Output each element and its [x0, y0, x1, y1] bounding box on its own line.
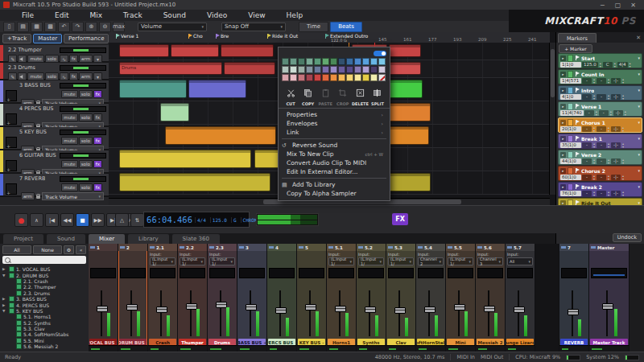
metronome-button[interactable]: △ [115, 213, 129, 227]
undock-button[interactable]: Undock [613, 233, 642, 242]
input-select[interactable]: (L.Input 1/▾ [328, 257, 354, 265]
track-header-percs-bus[interactable]: +4 PERCS BUSmutesolofxarmTrack Volume▾ [0, 104, 109, 127]
master-fx-button[interactable]: FX [392, 213, 408, 225]
marker-card-count-in[interactable]: ▸Count In▾1|4|571-▴▾-▴▾-|-▴▾ [558, 69, 642, 84]
copy-button[interactable]: COPY [300, 85, 316, 106]
marker-color-chip[interactable] [568, 119, 573, 126]
audio-clip[interactable] [171, 44, 219, 57]
ruler-marker-verse-1[interactable]: Verse 1 [115, 33, 138, 39]
track-header-guitar-bus[interactable]: +6 GUITAR BUSmutesolofxarmTrack Volume▾ [0, 150, 109, 174]
input-select[interactable]: (L.Input 1/▾ [180, 257, 205, 265]
marker-key-field[interactable]: - [599, 110, 609, 116]
add-track-button[interactable]: +Track [2, 34, 31, 43]
marker-signature-field[interactable]: -|- [613, 110, 623, 116]
input-select[interactable]: Channel 2▾ [418, 257, 444, 265]
channel-fx-slot[interactable] [448, 268, 473, 278]
arm-button[interactable]: arm [79, 55, 93, 63]
track-checkbox[interactable] [9, 296, 14, 302]
spinner-icon[interactable]: ▴▾ [595, 110, 598, 116]
menu-item-mix-to-new-clip[interactable]: Mix To New Clipctrl + W [279, 150, 390, 158]
fx-button[interactable]: fx [93, 160, 102, 168]
marker-key-field[interactable]: C [603, 62, 613, 68]
expand-track-button[interactable]: + [6, 120, 10, 125]
color-swatch[interactable] [338, 74, 345, 81]
save-icon[interactable]: ▦ [31, 22, 43, 32]
fader-handle[interactable] [424, 306, 436, 313]
channel-fx-slot[interactable] [328, 268, 354, 278]
color-swatch[interactable] [290, 66, 297, 73]
bus-expand-icon[interactable]: + [295, 340, 295, 345]
marker-color-chip[interactable] [568, 71, 573, 78]
tree-item-2-drum-bus[interactable]: ▼2. DRUM BUS [2, 272, 89, 278]
track-header-bass-bus[interactable]: +3 BASS BUSmutesolofxarmTrack Volume▾ [0, 80, 109, 104]
channel-fx-slot[interactable] [561, 268, 587, 278]
marker-card-break-2[interactable]: ▸Break 2▾76|1|0-▴▾-▴▾-|-▴▾ [558, 182, 642, 197]
mixer-strip-messiah-2[interactable]: 5.6Input:Channel 3▾Messiah 2 [476, 244, 506, 352]
color-swatch[interactable] [330, 66, 337, 73]
track-volume-slider[interactable] [60, 153, 106, 158]
menu-item-edit-in-external-editor[interactable]: Edit In External Editor... [279, 167, 390, 176]
menu-item-add-to-library[interactable]: ▤Add To Library [279, 180, 390, 189]
channel-fx-slot[interactable] [209, 268, 235, 278]
mixer-strip-vocal-bus[interactable]: 1VOCAL BUS+ [89, 244, 118, 352]
chevron-down-icon[interactable]: ▾ [93, 55, 102, 63]
solo-button[interactable]: solo [79, 183, 93, 191]
menu-item-convert-audio-clip-to-midi[interactable]: Convert Audio Clip To MIDI [279, 158, 390, 167]
time-mode-button[interactable]: Time [299, 22, 328, 32]
marker-tempo-field[interactable]: - [582, 191, 592, 196]
mixer-strip-drums[interactable]: 2.3Input:(L.Input 1/▾Drums [208, 244, 237, 352]
input-select[interactable]: (L.Input 1/▾ [448, 257, 473, 265]
marker-position-field[interactable]: 1|4|571 [560, 78, 581, 84]
marker-color-chip[interactable] [568, 55, 573, 62]
automation-icon[interactable]: ∿ [60, 55, 68, 63]
master-track-button[interactable]: Master [33, 34, 62, 43]
cut-button[interactable]: CUT [283, 85, 299, 106]
spinner-icon[interactable]: ▴▾ [621, 78, 625, 84]
audio-clip[interactable] [221, 44, 274, 57]
mute-button[interactable]: mute [61, 160, 77, 168]
audio-clip[interactable] [188, 80, 246, 98]
chevron-down-icon[interactable]: ▾ [93, 72, 102, 80]
fader-handle[interactable] [97, 306, 108, 312]
color-swatch[interactable] [362, 74, 369, 81]
edit-pencil-icon[interactable]: ✎ [8, 55, 17, 63]
mixer-strip-mini[interactable]: 5.5Input:(L.Input 1/▾Mini [446, 244, 476, 352]
input-select[interactable]: Channel 3▾ [477, 257, 503, 265]
spinner-icon[interactable]: ▴▾ [592, 78, 596, 84]
spinner-icon[interactable]: ▴▾ [607, 142, 610, 148]
zoom-max-icon[interactable]: max [113, 22, 125, 32]
solo-button[interactable]: solo [45, 72, 59, 80]
channel-fx-slot[interactable] [388, 268, 414, 278]
fader-handle[interactable] [454, 304, 465, 311]
expand-track-button[interactable]: + [6, 97, 10, 102]
color-swatch[interactable] [346, 74, 353, 81]
mixer-strip-crash[interactable]: 2.1Input:(L.Input 1/▾Crash [148, 244, 178, 352]
fader-handle[interactable] [216, 302, 227, 308]
track-checkbox[interactable] [16, 284, 22, 290]
marker-position-field[interactable]: 60|1|0 [560, 175, 581, 180]
tree-arrow-icon[interactable]: ▶ [2, 267, 7, 271]
tree-item-5-6-messiah-2[interactable]: 5.6. Messiah 2 [2, 343, 89, 349]
fader-handle[interactable] [126, 304, 138, 311]
color-swatch[interactable] [330, 74, 337, 81]
spinner-icon[interactable]: ▴▾ [621, 158, 625, 164]
input-select[interactable]: (L.Input 1/▾ [388, 257, 414, 265]
color-swatch[interactable] [378, 58, 386, 65]
tree-item-5-1-horns1[interactable]: 5.1. Horns1 [2, 314, 89, 319]
markers-tab[interactable]: Markers [558, 33, 597, 43]
rewind-button[interactable]: ◀◀ [60, 213, 74, 227]
tree-arrow-icon[interactable]: ▼ [2, 309, 7, 313]
color-swatch[interactable] [354, 66, 361, 73]
mute-button[interactable]: mute [61, 90, 77, 98]
marker-position-field[interactable]: 4|1|0 [560, 94, 581, 100]
color-swatch[interactable] [346, 58, 353, 65]
tree-arrow-icon[interactable]: ▶ [2, 297, 7, 301]
chevron-down-icon[interactable]: ▾ [638, 168, 640, 173]
marker-card-chorus-2[interactable]: ▸Chorus 2▾60|1|0-▴▾-▴▾-|-▴▾ [558, 166, 642, 181]
marker-tempo-field[interactable]: - [582, 126, 592, 132]
marker-card-break-1[interactable]: ▸Break 1▾35|1|0-▴▾-▴▾-|-▴▾ [558, 134, 642, 149]
spinner-icon[interactable]: ▴▾ [621, 94, 625, 100]
expand-marker-icon[interactable]: ▸ [560, 56, 566, 61]
close-button[interactable]: ✕ [630, 2, 636, 9]
audio-clip[interactable] [160, 103, 189, 121]
